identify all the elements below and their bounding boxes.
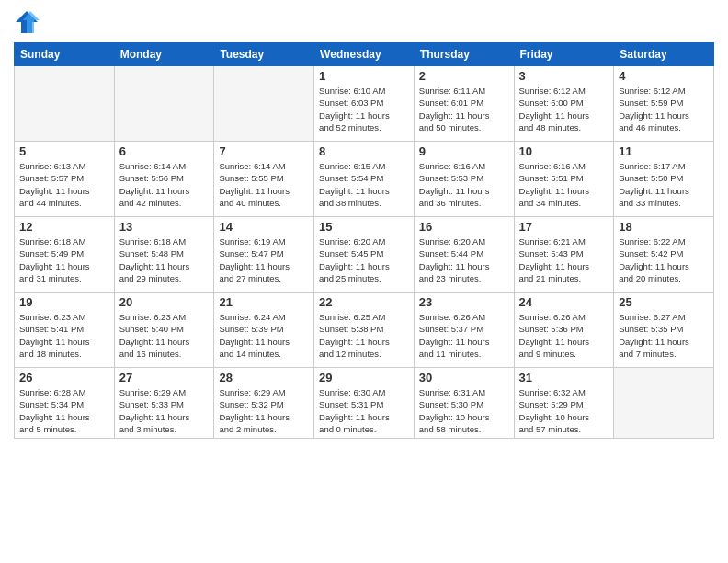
calendar-cell: 7Sunrise: 6:14 AM Sunset: 5:55 PM Daylig…: [214, 142, 314, 217]
day-header-sunday: Sunday: [15, 43, 115, 66]
day-number: 23: [419, 295, 509, 309]
day-info: Sunrise: 6:26 AM Sunset: 5:36 PM Dayligh…: [519, 311, 609, 360]
day-info: Sunrise: 6:20 AM Sunset: 5:45 PM Dayligh…: [319, 236, 409, 284]
day-number: 12: [19, 220, 109, 234]
day-number: 21: [219, 295, 309, 309]
calendar-cell: 18Sunrise: 6:22 AM Sunset: 5:42 PM Dayli…: [614, 217, 714, 293]
day-info: Sunrise: 6:14 AM Sunset: 5:56 PM Dayligh…: [119, 160, 210, 209]
day-info: Sunrise: 6:26 AM Sunset: 5:37 PM Dayligh…: [419, 311, 509, 360]
day-info: Sunrise: 6:32 AM Sunset: 5:29 PM Dayligh…: [519, 386, 609, 435]
calendar-cell: 9Sunrise: 6:16 AM Sunset: 5:53 PM Daylig…: [414, 142, 514, 217]
calendar-cell: 26Sunrise: 6:28 AM Sunset: 5:34 PM Dayli…: [15, 368, 115, 439]
calendar-cell: 6Sunrise: 6:14 AM Sunset: 5:56 PM Daylig…: [114, 142, 214, 217]
calendar-cell: 4Sunrise: 6:12 AM Sunset: 5:59 PM Daylig…: [614, 66, 714, 142]
day-info: Sunrise: 6:29 AM Sunset: 5:32 PM Dayligh…: [219, 386, 309, 435]
day-info: Sunrise: 6:24 AM Sunset: 5:39 PM Dayligh…: [219, 311, 309, 360]
calendar-cell: 24Sunrise: 6:26 AM Sunset: 5:36 PM Dayli…: [514, 293, 614, 368]
week-row-5: 26Sunrise: 6:28 AM Sunset: 5:34 PM Dayli…: [15, 368, 714, 439]
day-number: 1: [319, 69, 409, 83]
calendar-cell: 21Sunrise: 6:24 AM Sunset: 5:39 PM Dayli…: [214, 293, 314, 368]
calendar-cell: [614, 368, 714, 439]
day-number: 5: [19, 144, 109, 158]
day-number: 8: [319, 144, 409, 158]
calendar-cell: [214, 66, 314, 142]
day-number: 24: [519, 295, 609, 309]
day-info: Sunrise: 6:14 AM Sunset: 5:55 PM Dayligh…: [219, 160, 309, 209]
day-number: 7: [219, 144, 309, 158]
week-row-3: 12Sunrise: 6:18 AM Sunset: 5:49 PM Dayli…: [15, 217, 714, 293]
calendar-cell: 15Sunrise: 6:20 AM Sunset: 5:45 PM Dayli…: [314, 217, 415, 293]
day-info: Sunrise: 6:15 AM Sunset: 5:54 PM Dayligh…: [319, 160, 409, 209]
day-info: Sunrise: 6:23 AM Sunset: 5:41 PM Dayligh…: [19, 311, 109, 360]
calendar-cell: 22Sunrise: 6:25 AM Sunset: 5:38 PM Dayli…: [314, 293, 415, 368]
day-info: Sunrise: 6:16 AM Sunset: 5:53 PM Dayligh…: [419, 160, 509, 209]
day-number: 26: [19, 371, 109, 385]
calendar-cell: 5Sunrise: 6:13 AM Sunset: 5:57 PM Daylig…: [15, 142, 115, 217]
calendar-cell: 20Sunrise: 6:23 AM Sunset: 5:40 PM Dayli…: [114, 293, 214, 368]
calendar-cell: 1Sunrise: 6:10 AM Sunset: 6:03 PM Daylig…: [314, 66, 415, 142]
day-number: 11: [619, 144, 709, 158]
day-header-wednesday: Wednesday: [314, 43, 415, 66]
calendar: SundayMondayTuesdayWednesdayThursdayFrid…: [14, 42, 714, 439]
day-info: Sunrise: 6:30 AM Sunset: 5:31 PM Dayligh…: [319, 386, 409, 435]
day-number: 10: [519, 144, 609, 158]
calendar-cell: 19Sunrise: 6:23 AM Sunset: 5:41 PM Dayli…: [15, 293, 115, 368]
calendar-cell: 27Sunrise: 6:29 AM Sunset: 5:33 PM Dayli…: [114, 368, 214, 439]
page: SundayMondayTuesdayWednesdayThursdayFrid…: [0, 0, 728, 563]
day-info: Sunrise: 6:13 AM Sunset: 5:57 PM Dayligh…: [19, 160, 109, 209]
calendar-cell: 10Sunrise: 6:16 AM Sunset: 5:51 PM Dayli…: [514, 142, 614, 217]
header: [14, 9, 714, 35]
day-number: 2: [419, 69, 509, 83]
day-info: Sunrise: 6:16 AM Sunset: 5:51 PM Dayligh…: [519, 160, 609, 209]
day-info: Sunrise: 6:12 AM Sunset: 6:00 PM Dayligh…: [519, 85, 609, 133]
day-number: 17: [519, 220, 609, 234]
day-info: Sunrise: 6:27 AM Sunset: 5:35 PM Dayligh…: [619, 311, 709, 360]
day-number: 4: [619, 69, 709, 83]
day-number: 3: [519, 69, 609, 83]
day-number: 9: [419, 144, 509, 158]
calendar-cell: 29Sunrise: 6:30 AM Sunset: 5:31 PM Dayli…: [314, 368, 415, 439]
day-info: Sunrise: 6:20 AM Sunset: 5:44 PM Dayligh…: [419, 236, 509, 284]
day-info: Sunrise: 6:11 AM Sunset: 6:01 PM Dayligh…: [419, 85, 509, 133]
day-number: 16: [419, 220, 509, 234]
day-number: 15: [319, 220, 409, 234]
logo-icon: [14, 9, 40, 35]
day-info: Sunrise: 6:22 AM Sunset: 5:42 PM Dayligh…: [619, 236, 709, 284]
day-number: 27: [119, 371, 210, 385]
calendar-cell: 28Sunrise: 6:29 AM Sunset: 5:32 PM Dayli…: [214, 368, 314, 439]
day-number: 29: [319, 371, 409, 385]
week-row-4: 19Sunrise: 6:23 AM Sunset: 5:41 PM Dayli…: [15, 293, 714, 368]
day-info: Sunrise: 6:21 AM Sunset: 5:43 PM Dayligh…: [519, 236, 609, 284]
day-info: Sunrise: 6:18 AM Sunset: 5:49 PM Dayligh…: [19, 236, 109, 284]
day-headers-row: SundayMondayTuesdayWednesdayThursdayFrid…: [15, 43, 714, 66]
week-row-1: 1Sunrise: 6:10 AM Sunset: 6:03 PM Daylig…: [15, 66, 714, 142]
week-row-2: 5Sunrise: 6:13 AM Sunset: 5:57 PM Daylig…: [15, 142, 714, 217]
day-info: Sunrise: 6:29 AM Sunset: 5:33 PM Dayligh…: [119, 386, 210, 435]
day-info: Sunrise: 6:28 AM Sunset: 5:34 PM Dayligh…: [19, 386, 109, 435]
calendar-cell: 17Sunrise: 6:21 AM Sunset: 5:43 PM Dayli…: [514, 217, 614, 293]
day-info: Sunrise: 6:10 AM Sunset: 6:03 PM Dayligh…: [319, 85, 409, 133]
calendar-cell: 23Sunrise: 6:26 AM Sunset: 5:37 PM Dayli…: [414, 293, 514, 368]
calendar-cell: 12Sunrise: 6:18 AM Sunset: 5:49 PM Dayli…: [15, 217, 115, 293]
day-number: 13: [119, 220, 210, 234]
day-header-tuesday: Tuesday: [214, 43, 314, 66]
day-header-thursday: Thursday: [414, 43, 514, 66]
calendar-cell: 16Sunrise: 6:20 AM Sunset: 5:44 PM Dayli…: [414, 217, 514, 293]
day-number: 19: [19, 295, 109, 309]
calendar-cell: 11Sunrise: 6:17 AM Sunset: 5:50 PM Dayli…: [614, 142, 714, 217]
day-info: Sunrise: 6:19 AM Sunset: 5:47 PM Dayligh…: [219, 236, 309, 284]
day-number: 30: [419, 371, 509, 385]
day-info: Sunrise: 6:25 AM Sunset: 5:38 PM Dayligh…: [319, 311, 409, 360]
day-header-monday: Monday: [114, 43, 214, 66]
logo: [14, 9, 43, 35]
day-info: Sunrise: 6:17 AM Sunset: 5:50 PM Dayligh…: [619, 160, 709, 209]
day-info: Sunrise: 6:18 AM Sunset: 5:48 PM Dayligh…: [119, 236, 210, 284]
day-number: 14: [219, 220, 309, 234]
day-info: Sunrise: 6:31 AM Sunset: 5:30 PM Dayligh…: [419, 386, 509, 435]
calendar-cell: 31Sunrise: 6:32 AM Sunset: 5:29 PM Dayli…: [514, 368, 614, 439]
day-number: 20: [119, 295, 210, 309]
calendar-cell: 3Sunrise: 6:12 AM Sunset: 6:00 PM Daylig…: [514, 66, 614, 142]
calendar-cell: 30Sunrise: 6:31 AM Sunset: 5:30 PM Dayli…: [414, 368, 514, 439]
calendar-cell: 14Sunrise: 6:19 AM Sunset: 5:47 PM Dayli…: [214, 217, 314, 293]
calendar-cell: 2Sunrise: 6:11 AM Sunset: 6:01 PM Daylig…: [414, 66, 514, 142]
